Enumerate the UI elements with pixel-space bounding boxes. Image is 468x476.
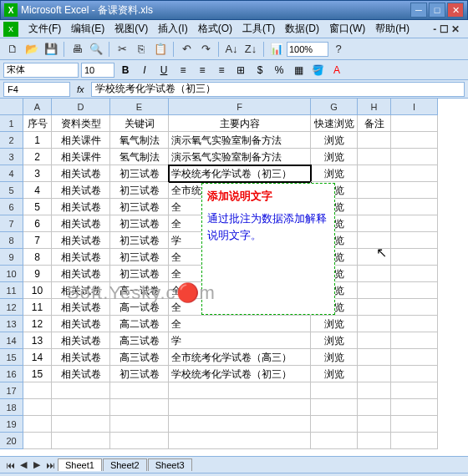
cell[interactable]: 学 — [169, 332, 311, 349]
cell[interactable] — [110, 416, 169, 433]
cell[interactable] — [391, 332, 438, 349]
align-left-icon[interactable]: ≡ — [175, 62, 191, 78]
cell[interactable] — [391, 149, 438, 165]
font-select[interactable]: 宋体 — [3, 63, 79, 78]
row-header[interactable]: 16 — [0, 366, 23, 382]
cell[interactable] — [358, 332, 391, 349]
cell[interactable]: 7 — [23, 232, 52, 249]
close-button[interactable]: ✕ — [447, 3, 464, 18]
row-header[interactable]: 2 — [0, 132, 23, 149]
cell[interactable]: 氢气制法 — [110, 149, 169, 165]
cell[interactable] — [391, 199, 438, 215]
row-header[interactable]: 13 — [0, 316, 23, 332]
print-icon[interactable]: 🖶 — [68, 40, 86, 58]
chart-icon[interactable]: 📊 — [267, 40, 286, 58]
nav-next-icon[interactable]: ▶ — [30, 458, 43, 472]
menu-tools[interactable]: 工具(T) — [237, 20, 280, 38]
nav-first-icon[interactable]: ⏮ — [3, 458, 17, 472]
cell[interactable] — [169, 416, 311, 433]
col-header-I[interactable]: I — [391, 99, 438, 115]
cell[interactable]: 初三试卷 — [110, 266, 169, 282]
help-icon[interactable]: ? — [329, 40, 348, 58]
row-header[interactable]: 10 — [0, 266, 23, 282]
row-header[interactable]: 9 — [0, 249, 23, 266]
row-header[interactable]: 6 — [0, 199, 23, 215]
cell[interactable] — [391, 182, 438, 199]
cell[interactable]: 相关试卷 — [52, 282, 110, 299]
cell[interactable]: 相关试卷 — [52, 232, 110, 249]
tab-sheet1[interactable]: Sheet1 — [58, 458, 102, 471]
cell[interactable] — [52, 433, 110, 449]
cell[interactable]: 4 — [23, 182, 52, 199]
new-icon[interactable]: 🗋 — [3, 40, 22, 58]
merge-icon[interactable]: ⊞ — [232, 62, 249, 78]
row-header[interactable]: 8 — [0, 232, 23, 249]
cell[interactable]: 15 — [23, 366, 52, 382]
cell[interactable] — [358, 349, 391, 366]
cell[interactable] — [169, 399, 311, 416]
cell[interactable]: 演示氢气实验室制备方法 — [169, 149, 311, 165]
cell[interactable]: 9 — [23, 266, 52, 282]
cell[interactable] — [391, 115, 438, 132]
cell[interactable]: 12 — [23, 316, 52, 332]
currency-icon[interactable]: $ — [252, 62, 268, 78]
row-header[interactable]: 4 — [0, 165, 23, 182]
cell[interactable] — [391, 382, 438, 399]
cell[interactable] — [391, 132, 438, 149]
row-header[interactable]: 11 — [0, 282, 23, 299]
grid-area[interactable]: ADEFGHI1序号资料类型关键词主要内容快速浏览备注21相关课件氧气制法演示氧… — [0, 99, 468, 456]
cell-link[interactable]: 浏览 — [311, 366, 358, 382]
cell[interactable] — [391, 433, 438, 449]
cell[interactable]: 初三试卷 — [110, 366, 169, 382]
cell[interactable]: 8 — [23, 249, 52, 266]
cell[interactable] — [358, 215, 391, 232]
cell[interactable]: 相关试卷 — [52, 316, 110, 332]
doc-close-icon[interactable]: - ☐ ✕ — [428, 23, 465, 35]
col-header-F[interactable]: F — [169, 99, 311, 115]
cell[interactable]: 相关试卷 — [52, 215, 110, 232]
cell[interactable]: 初三试卷 — [110, 249, 169, 266]
cell[interactable]: 相关试卷 — [52, 165, 110, 182]
cell[interactable]: 高一试卷 — [110, 299, 169, 316]
cell[interactable]: 11 — [23, 299, 52, 316]
cell-link[interactable]: 浏览 — [311, 349, 358, 366]
menu-file[interactable]: 文件(F) — [23, 20, 66, 38]
cell[interactable]: 初三试卷 — [110, 215, 169, 232]
cell[interactable] — [391, 249, 438, 266]
cell-link[interactable]: 浏览 — [311, 316, 358, 332]
cell[interactable] — [110, 382, 169, 399]
cell[interactable]: 3 — [23, 165, 52, 182]
col-header-A[interactable]: A — [23, 99, 52, 115]
cell[interactable]: 全市统考化学试卷（高三） — [169, 349, 311, 366]
minimize-button[interactable]: ─ — [410, 3, 427, 18]
row-header[interactable]: 12 — [0, 299, 23, 316]
sort-desc-icon[interactable]: Z↓ — [242, 40, 260, 58]
cell[interactable] — [391, 399, 438, 416]
cell[interactable]: 学校统考化学试卷（初三） — [169, 165, 311, 182]
cell[interactable]: 高三试卷 — [110, 349, 169, 366]
cut-icon[interactable]: ✂ — [113, 40, 131, 58]
cell[interactable]: 高二试卷 — [110, 316, 169, 332]
row-header[interactable]: 7 — [0, 215, 23, 232]
menu-view[interactable]: 视图(V) — [109, 20, 153, 38]
header-cell[interactable]: 资料类型 — [52, 115, 110, 132]
cell[interactable] — [110, 399, 169, 416]
menu-data[interactable]: 数据(D) — [280, 20, 324, 38]
copy-icon[interactable]: ⎘ — [132, 40, 150, 58]
cell[interactable]: 全 — [169, 316, 311, 332]
row-header[interactable]: 20 — [0, 433, 23, 449]
cell[interactable] — [23, 382, 52, 399]
tab-sheet2[interactable]: Sheet2 — [103, 458, 147, 471]
maximize-button[interactable]: □ — [429, 3, 445, 18]
col-header-E[interactable]: E — [110, 99, 169, 115]
cell[interactable]: 14 — [23, 349, 52, 366]
cell[interactable]: 演示氧气实验室制备方法 — [169, 132, 311, 149]
cell[interactable]: 高三试卷 — [110, 332, 169, 349]
cell[interactable] — [358, 249, 391, 266]
cell[interactable]: 13 — [23, 332, 52, 349]
menu-help[interactable]: 帮助(H) — [370, 20, 415, 38]
cell[interactable] — [391, 282, 438, 299]
fx-icon[interactable]: fx — [74, 84, 88, 94]
col-header-H[interactable]: H — [358, 99, 391, 115]
cell[interactable]: 5 — [23, 199, 52, 215]
